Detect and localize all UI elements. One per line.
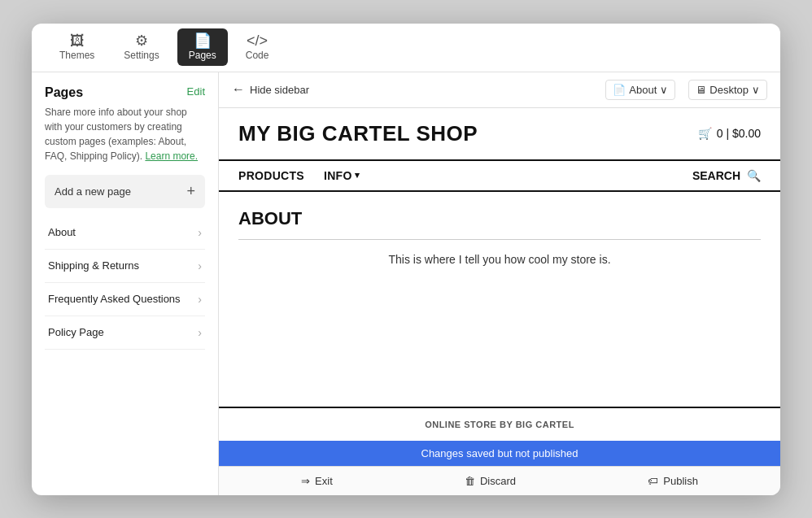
preview-topbar: ← Hide sidebar 📄 About ∨ 🖥 D [219, 72, 780, 108]
publish-button[interactable]: 🏷 Publish [648, 475, 698, 487]
code-icon: </> [247, 33, 268, 48]
top-navigation: 🖼 Themes ⚙ Settings 📄 Pages </> Code [32, 24, 780, 72]
sidebar-edit-link[interactable]: Edit [187, 85, 205, 98]
nav-label-themes: Themes [59, 50, 94, 61]
learn-more-link[interactable]: Learn more. [145, 150, 198, 162]
store-footer: ONLINE STORE BY BIG CARTEL [219, 407, 780, 441]
sidebar-arrow-icon: ← [232, 82, 245, 97]
store-nav: PRODUCTS INFO ▾ SEARCH 🔍 [219, 161, 780, 192]
device-selector[interactable]: 🖥 Desktop ∨ [688, 80, 767, 100]
add-page-button[interactable]: Add a new page + [45, 175, 205, 208]
store-cart[interactable]: 🛒 0 | $0.00 [698, 127, 761, 140]
publish-icon: 🏷 [648, 475, 658, 487]
info-dropdown-icon: ▾ [355, 170, 360, 181]
bottom-bar: Changes saved but not published ⇒ Exit 🗑… [219, 441, 780, 495]
trash-icon: 🗑 [465, 475, 475, 487]
page-body: This is where I tell you how cool my sto… [238, 253, 761, 266]
sidebar-description: Share more info about your shop with you… [45, 105, 205, 163]
preview-area: ← Hide sidebar 📄 About ∨ 🖥 D [219, 72, 780, 495]
sidebar-title: Pages [45, 85, 83, 100]
hide-sidebar-button[interactable]: ← Hide sidebar [232, 82, 309, 97]
exit-icon: ⇒ [301, 475, 310, 487]
page-item-policy[interactable]: Policy Page › [45, 316, 205, 350]
page-item-shipping[interactable]: Shipping & Returns › [45, 250, 205, 283]
nav-search: SEARCH 🔍 [692, 169, 761, 182]
page-item-faq[interactable]: Frequently Asked Questions › [45, 283, 205, 316]
page-item-about[interactable]: About › [45, 216, 205, 250]
exit-button[interactable]: ⇒ Exit [301, 475, 333, 487]
store-header: MY BIG CARTEL SHOP 🛒 0 | $0.00 [219, 108, 780, 161]
themes-icon: 🖼 [70, 33, 85, 48]
chevron-icon: › [198, 326, 202, 339]
main-area: Pages Edit Share more info about your sh… [32, 72, 780, 495]
chevron-icon: › [198, 226, 202, 239]
status-banner: Changes saved but not published [219, 441, 780, 466]
store-page-content: ABOUT This is where I tell you how cool … [219, 192, 780, 290]
action-bar: ⇒ Exit 🗑 Discard 🏷 Publish [219, 466, 780, 495]
nav-label-pages: Pages [189, 50, 216, 61]
store-title: MY BIG CARTEL SHOP [238, 121, 478, 146]
page-icon: 📄 [613, 84, 626, 96]
discard-button[interactable]: 🗑 Discard [465, 475, 516, 487]
desktop-icon: 🖥 [696, 84, 706, 96]
preview-controls: 📄 About ∨ 🖥 Desktop ∨ [605, 80, 767, 100]
chevron-icon: › [198, 293, 202, 306]
plus-icon: + [186, 183, 195, 200]
settings-icon: ⚙ [135, 33, 148, 48]
dropdown-icon: ∨ [752, 84, 760, 96]
pages-icon: 📄 [194, 33, 212, 48]
nav-label-code: Code [246, 50, 269, 61]
dropdown-icon: ∨ [660, 84, 668, 96]
nav-item-code[interactable]: </> Code [234, 28, 281, 66]
page-selector[interactable]: 📄 About ∨ [605, 80, 675, 100]
nav-products[interactable]: PRODUCTS [238, 169, 304, 182]
chevron-icon: › [198, 259, 202, 272]
nav-label-settings: Settings [124, 50, 159, 61]
nav-item-themes[interactable]: 🖼 Themes [48, 28, 106, 66]
sidebar-header: Pages Edit [45, 85, 205, 100]
sidebar: Pages Edit Share more info about your sh… [32, 72, 219, 495]
search-icon[interactable]: 🔍 [747, 169, 761, 182]
store-preview: MY BIG CARTEL SHOP 🛒 0 | $0.00 PRODUCTS … [219, 108, 780, 441]
nav-info[interactable]: INFO ▾ [324, 169, 360, 182]
nav-item-settings[interactable]: ⚙ Settings [112, 28, 170, 66]
nav-item-pages[interactable]: 📄 Pages [177, 28, 228, 66]
page-heading: ABOUT [238, 208, 761, 240]
cart-icon: 🛒 [698, 127, 712, 140]
